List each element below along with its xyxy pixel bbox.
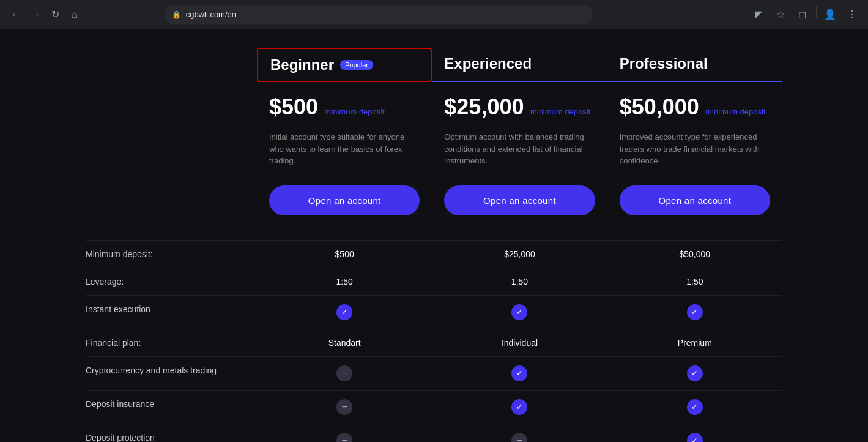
beginner-instant-execution: ✓	[257, 296, 432, 329]
browser-actions: ◤ ☆ ◻ 👤 ⋮	[750, 6, 861, 23]
experienced-deposit-protection: −	[432, 424, 607, 443]
beginner-protection-dash-icon: −	[336, 433, 352, 443]
beginner-deposit-cell: $500 minimum deposit	[257, 82, 432, 126]
beginner-description: Initial account type suitable for anyone…	[257, 126, 432, 179]
professional-crypto-metals: ✓	[607, 357, 782, 390]
leverage-label: Leverage:	[86, 268, 257, 295]
experienced-insurance-check-icon: ✓	[511, 399, 527, 415]
popular-badge: Popular	[340, 60, 373, 70]
beginner-dash-icon: −	[336, 365, 352, 381]
instant-execution-label: Instant execution	[86, 296, 257, 329]
beginner-leverage-value: 1:50	[257, 268, 432, 295]
back-button[interactable]: ←	[7, 6, 24, 23]
experienced-crypto-metals: ✓	[432, 357, 607, 390]
professional-instant-execution: ✓	[607, 296, 782, 329]
beginner-min-deposit-value: $500	[257, 241, 432, 268]
experienced-protection-dash-icon: −	[511, 433, 527, 443]
professional-deposit-amount: $50,000	[620, 94, 699, 119]
experienced-deposit-amount: $25,000	[444, 94, 524, 119]
experienced-title: Experienced	[444, 55, 595, 72]
profile-button[interactable]: 👤	[822, 6, 839, 23]
beginner-header: Beginner Popular	[257, 48, 432, 82]
experienced-btn-cell: Open an account	[432, 179, 607, 228]
beginner-financial-plan: Standart	[257, 329, 432, 356]
beginner-deposit-min: minimum deposit	[325, 107, 385, 116]
menu-button[interactable]: ⋮	[844, 6, 861, 23]
experienced-header: Experienced	[432, 48, 607, 82]
desc-empty	[86, 126, 257, 179]
extensions-button[interactable]: ◻	[794, 6, 811, 23]
professional-protection-check-icon: ✓	[687, 433, 703, 443]
lock-icon: 🔒	[172, 10, 181, 19]
crypto-metals-label: Cryptocurrency and metals trading	[86, 357, 257, 390]
professional-deposit-protection: ✓	[607, 424, 782, 443]
experienced-instant-execution: ✓	[432, 296, 607, 329]
experienced-description: Optimum account with balanced trading co…	[432, 126, 607, 179]
header-empty-cell	[86, 48, 257, 82]
professional-deposit-min: minimum deposit	[705, 107, 765, 116]
browser-toolbar: ← → ↻ ⌂ 🔒 cgbwli.com/en ◤ ☆ ◻ 👤 ⋮	[0, 0, 868, 29]
experienced-deposit-cell: $25,000 minimum deposit	[432, 82, 607, 126]
beginner-crypto-metals: −	[257, 357, 432, 390]
spacer	[86, 228, 782, 240]
professional-header: Professional	[607, 48, 782, 82]
professional-check-icon: ✓	[687, 304, 703, 320]
experienced-deposit-min: minimum deposit	[530, 107, 590, 116]
beginner-insurance-dash-icon: −	[336, 399, 352, 415]
experienced-check-icon: ✓	[511, 304, 527, 320]
min-deposit-label: Minimum deposit:	[86, 241, 257, 268]
forward-button[interactable]: →	[27, 6, 44, 23]
beginner-deposit-insurance: −	[257, 391, 432, 424]
professional-open-account-button[interactable]: Open an account	[620, 185, 770, 215]
home-button[interactable]: ⌂	[66, 6, 83, 23]
professional-description: Improved account type for experienced tr…	[607, 126, 782, 179]
professional-crypto-check-icon: ✓	[687, 365, 703, 381]
professional-btn-cell: Open an account	[607, 179, 782, 228]
deposit-insurance-label: Deposit insurance	[86, 391, 257, 424]
experienced-open-account-button[interactable]: Open an account	[444, 185, 595, 215]
experienced-financial-plan: Individual	[432, 329, 607, 356]
beginner-deposit-protection: −	[257, 424, 432, 443]
professional-deposit-insurance: ✓	[607, 391, 782, 424]
page-content: Beginner Popular Experienced Professiona…	[0, 29, 868, 442]
nav-buttons: ← → ↻ ⌂	[7, 6, 83, 23]
experienced-deposit-insurance: ✓	[432, 391, 607, 424]
beginner-check-icon: ✓	[336, 304, 352, 320]
address-bar[interactable]: 🔒 cgbwli.com/en	[165, 5, 593, 24]
experienced-min-deposit-value: $25,000	[432, 241, 607, 268]
experienced-crypto-check-icon: ✓	[511, 365, 527, 381]
professional-leverage-value: 1:50	[607, 268, 782, 295]
professional-insurance-check-icon: ✓	[687, 399, 703, 415]
url-text: cgbwli.com/en	[186, 10, 236, 19]
professional-financial-plan: Premium	[607, 329, 782, 356]
reload-button[interactable]: ↻	[46, 6, 64, 23]
cast-button[interactable]: ◤	[750, 6, 767, 23]
beginner-btn-cell: Open an account	[257, 179, 432, 228]
bookmark-button[interactable]: ☆	[772, 6, 789, 23]
experienced-leverage-value: 1:50	[432, 268, 607, 295]
professional-deposit-cell: $50,000 minimum deposit	[607, 82, 782, 126]
beginner-title: Beginner Popular	[270, 56, 418, 73]
btn-empty	[86, 179, 257, 228]
beginner-deposit-amount: $500	[269, 94, 318, 119]
deposit-protection-label: Deposit protection	[86, 424, 257, 443]
professional-min-deposit-value: $50,000	[607, 241, 782, 268]
beginner-open-account-button[interactable]: Open an account	[269, 185, 420, 215]
deposit-label-empty	[86, 82, 257, 126]
pricing-grid: Beginner Popular Experienced Professiona…	[86, 48, 782, 442]
financial-plan-label: Financial plan:	[86, 329, 257, 356]
professional-title: Professional	[620, 55, 770, 72]
